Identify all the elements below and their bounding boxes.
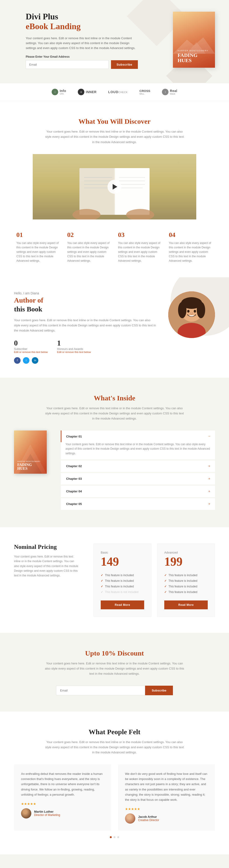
chapter-item-4[interactable]: Chapter 04 + bbox=[61, 486, 215, 497]
testimonial-name-2: Jacob Arthur bbox=[138, 815, 159, 818]
chapters-list: Chapter 01 − Your content goes here. Edi… bbox=[61, 431, 215, 511]
svg-point-23 bbox=[194, 310, 196, 313]
author-stat-award-label: Honours and Awards bbox=[57, 347, 91, 351]
testimonial-author-2: Jacob Arthur Creative Director bbox=[125, 813, 208, 824]
discount-form: Subscribe bbox=[56, 686, 173, 695]
pricing-desc: Your content goes here. Edit or remove t… bbox=[14, 554, 80, 578]
feature-item-3: 03 You can also style every aspect of th… bbox=[118, 231, 162, 264]
facebook-icon[interactable]: f bbox=[14, 357, 21, 364]
testimonial-card-1: An enthralling debut that removes the re… bbox=[14, 764, 111, 831]
hero-email-label: Please Enter Your Email Address bbox=[26, 55, 138, 58]
chapter-2-expand-icon[interactable]: + bbox=[208, 464, 210, 468]
testimonial-dots bbox=[14, 836, 215, 838]
chapter-item-1[interactable]: Chapter 01 − bbox=[61, 431, 215, 442]
chapter-4-expand-icon[interactable]: + bbox=[208, 489, 210, 494]
svg-point-21 bbox=[197, 302, 205, 318]
pricing-left: Nominal Pricing Your content goes here. … bbox=[14, 544, 80, 578]
feature-item-1: 01 You can also style every aspect of th… bbox=[16, 231, 60, 264]
chapter-1-expand-icon[interactable]: − bbox=[208, 434, 210, 438]
inside-book-text: HARPER MONTGOMERY FADING HUES bbox=[17, 461, 44, 470]
avatar-image-1 bbox=[21, 808, 31, 818]
chapter-item-2[interactable]: Chapter 02 + bbox=[61, 460, 215, 472]
testimonial-role-1: Director of Marketing bbox=[34, 813, 60, 817]
hero-left: Divi Plus eBook Landing Your content goe… bbox=[26, 12, 138, 69]
testimonial-name-1: Martin Luther bbox=[34, 810, 60, 813]
discover-image bbox=[33, 154, 196, 219]
hero-section: Divi Plus eBook Landing Your content goe… bbox=[0, 0, 229, 83]
pricing-advanced-features: This feature is included This feature is… bbox=[164, 572, 208, 595]
hero-email-input[interactable] bbox=[26, 60, 109, 69]
chapter-1-text: Your content goes here. Edit or remove t… bbox=[65, 442, 210, 456]
discount-email-input[interactable] bbox=[56, 686, 145, 695]
feature-item-2: 02 You can also style every aspect of th… bbox=[67, 231, 111, 264]
svg-rect-4 bbox=[80, 168, 114, 215]
chapter-item-5[interactable]: Chapter 05 + bbox=[61, 498, 215, 510]
inside-book-image: HARPER MONTGOMERY FADING HUES bbox=[14, 431, 47, 474]
author-desc: Your content goes here. Edit or remove t… bbox=[14, 318, 156, 333]
pricing-basic-amount: 149 bbox=[101, 556, 144, 568]
dot-2[interactable] bbox=[114, 836, 115, 838]
chapter-5-label: Chapter 05 bbox=[66, 502, 82, 506]
chapter-2-label: Chapter 02 bbox=[66, 464, 82, 468]
chapter-5-expand-icon[interactable]: + bbox=[208, 502, 210, 506]
chapter-item-3[interactable]: Chapter 03 + bbox=[61, 473, 215, 485]
linkedin-icon[interactable]: in bbox=[32, 357, 38, 364]
pricing-card-basic: Basic 149 This feature is included This … bbox=[93, 544, 151, 617]
testimonial-text-2: We don't do very good work of finding ho… bbox=[125, 771, 208, 802]
discount-heading: Upto 10% Discount bbox=[14, 649, 215, 657]
testimonial-role-2: Creative Director bbox=[138, 818, 159, 822]
partner-loud: LOUDCHECK bbox=[108, 90, 128, 94]
book-cover-text: HARPER MONTGOMERY FADING HUES bbox=[178, 50, 210, 63]
author-stats: 0 Subscriber Edit or remove this text be… bbox=[14, 339, 156, 353]
testimonials-desc: Your content goes here. Edit or remove t… bbox=[45, 740, 184, 755]
testimonials-heading: What People Felt bbox=[14, 728, 215, 736]
cta-section: A New-Age Book With Fresh Ideas Your con… bbox=[0, 855, 229, 868]
author-stat-sub-num: 0 bbox=[14, 339, 48, 347]
inside-desc: Your content goes here. Edit or remove t… bbox=[45, 406, 184, 421]
discount-desc: Your content goes here here. Edit or rem… bbox=[45, 661, 184, 676]
testimonial-stars-1: ★★★★★ bbox=[21, 802, 104, 806]
pricing-heading: Nominal Pricing bbox=[14, 544, 80, 551]
chapter-3-label: Chapter 03 bbox=[66, 477, 82, 480]
author-stat-award-edit: Edit or remove this text below bbox=[57, 351, 91, 353]
testimonial-avatar-1 bbox=[21, 808, 31, 818]
advanced-feature-3: This feature is included bbox=[164, 584, 208, 589]
partner-real-text: Real Wave bbox=[170, 89, 177, 95]
hero-book-cover: HARPER MONTGOMERY FADING HUES bbox=[149, 12, 215, 68]
advanced-feature-2: This feature is included bbox=[164, 578, 208, 584]
hero-title-sub: eBook Landing bbox=[26, 22, 138, 31]
discount-subscribe-button[interactable]: Subscribe bbox=[145, 686, 173, 695]
book-title-line2: HUES bbox=[178, 58, 210, 63]
author-stat-award-num: 1 bbox=[57, 339, 91, 347]
basic-read-more-button[interactable]: Read More bbox=[101, 600, 144, 609]
chapter-3-expand-icon[interactable]: + bbox=[208, 477, 210, 481]
svg-rect-5 bbox=[115, 168, 149, 215]
dot-1[interactable] bbox=[110, 836, 112, 838]
basic-feature-4: This feature is not included bbox=[101, 589, 144, 595]
feature-num-3: 03 bbox=[118, 231, 162, 239]
inside-content: HARPER MONTGOMERY FADING HUES Chapter 01… bbox=[14, 431, 215, 511]
feature-text-4: You can also style every aspect of this … bbox=[169, 241, 213, 264]
svg-point-20 bbox=[178, 302, 187, 318]
pricing-advanced-plan-label: Advanced bbox=[164, 551, 208, 554]
discover-heading-accent: Discover bbox=[124, 118, 151, 125]
pricing-card-advanced: Advanced 199 This feature is included Th… bbox=[157, 544, 215, 617]
dot-3[interactable] bbox=[117, 836, 119, 838]
advanced-feature-1: This feature is included bbox=[164, 572, 208, 578]
testimonial-author-1: Martin Luther Director of Marketing bbox=[21, 808, 104, 818]
play-button[interactable] bbox=[108, 180, 121, 194]
testimonial-stars-2: ★★★★★ bbox=[125, 807, 208, 811]
author-stat-subscribers: 0 Subscriber Edit or remove this text be… bbox=[14, 339, 48, 353]
pricing-basic-plan-label: Basic bbox=[101, 551, 144, 554]
advanced-feature-4: This feature is included bbox=[164, 589, 208, 595]
partner-real-icon: ⌇ bbox=[162, 89, 169, 95]
hero-subscribe-button[interactable]: Subscribe bbox=[111, 60, 138, 69]
twitter-icon[interactable]: t bbox=[23, 357, 29, 364]
author-role: this Book bbox=[14, 305, 156, 313]
advanced-read-more-button[interactable]: Read More bbox=[164, 600, 208, 609]
author-name: Author of bbox=[14, 296, 156, 304]
hero-title-main: Divi Plus bbox=[26, 12, 138, 22]
feature-num-4: 04 bbox=[169, 231, 213, 239]
inside-heading-plain: What's bbox=[94, 394, 117, 402]
testimonial-text-1: An enthralling debut that removes the re… bbox=[21, 771, 104, 797]
